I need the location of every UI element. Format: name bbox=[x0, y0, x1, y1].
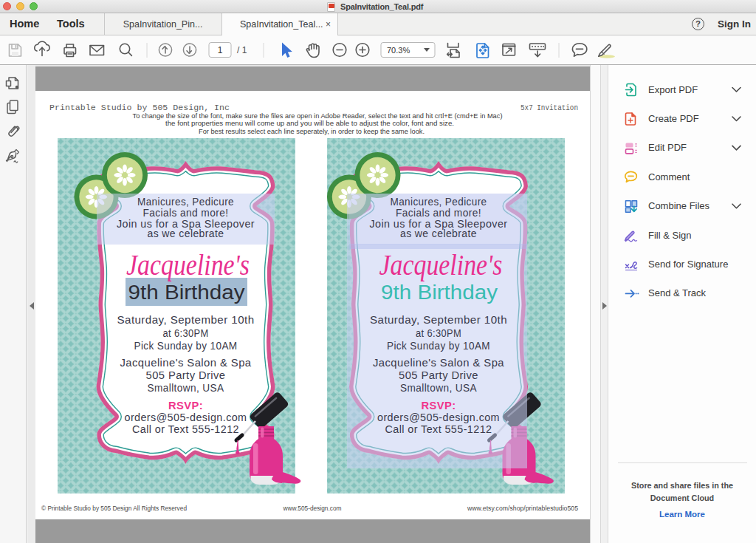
svg-text:1: 1 bbox=[218, 45, 223, 55]
svg-text:Pick Sunday by 10AM: Pick Sunday by 10AM bbox=[387, 340, 490, 352]
svg-text:as we celebrate: as we celebrate bbox=[400, 228, 477, 239]
svg-text:To change the size of the font: To change the size of the font, make sur… bbox=[133, 112, 503, 120]
svg-text:Smalltown, USA: Smalltown, USA bbox=[148, 382, 224, 394]
svg-text:505 Party Drive: 505 Party Drive bbox=[399, 369, 478, 381]
svg-text:Jacqueline's: Jacqueline's bbox=[379, 247, 503, 281]
svg-text:Printable Studio by 505 Design: Printable Studio by 505 Design, Inc bbox=[49, 103, 230, 112]
svg-text:© Printable Studio by 505 Desi: © Printable Studio by 505 Design All Rig… bbox=[41, 505, 187, 512]
svg-text:the font properties menu will: the font properties menu will come up an… bbox=[165, 120, 454, 127]
svg-text:9th Birthday: 9th Birthday bbox=[381, 281, 498, 304]
svg-text:Jacqueline's: Jacqueline's bbox=[126, 247, 250, 281]
svg-text:RSVP:: RSVP: bbox=[168, 400, 203, 411]
svg-text:www.etsy.com/shop/printablestu: www.etsy.com/shop/printablestudio505 bbox=[467, 505, 578, 512]
svg-text:RSVP:: RSVP: bbox=[422, 400, 456, 411]
svg-text:Jacqueline's Salon & Spa: Jacqueline's Salon & Spa bbox=[373, 357, 504, 369]
svg-text:Pick Sunday by 10AM: Pick Sunday by 10AM bbox=[134, 340, 238, 352]
svg-text:505 Party Drive: 505 Party Drive bbox=[146, 369, 226, 381]
svg-text:70.3%: 70.3% bbox=[387, 46, 410, 55]
svg-text:Call or Text 555-1212: Call or Text 555-1212 bbox=[385, 423, 492, 435]
svg-text:at 6:30PM: at 6:30PM bbox=[416, 327, 461, 339]
svg-text:as we celebrate: as we celebrate bbox=[148, 228, 224, 239]
svg-text:Smalltown, USA: Smalltown, USA bbox=[400, 382, 477, 394]
svg-text:orders@505-design.com: orders@505-design.com bbox=[377, 411, 500, 423]
svg-text:at 6:30PM: at 6:30PM bbox=[163, 327, 209, 339]
svg-text:Call or Text 555-1212: Call or Text 555-1212 bbox=[132, 423, 239, 435]
svg-text:Manicures, Pedicure: Manicures, Pedicure bbox=[391, 196, 487, 208]
svg-text:/ 1: / 1 bbox=[237, 45, 247, 55]
svg-text:www.505-design.com: www.505-design.com bbox=[283, 505, 342, 512]
svg-text:Saturday, September 10th: Saturday, September 10th bbox=[370, 314, 507, 326]
svg-text:9th Birthday: 9th Birthday bbox=[128, 281, 246, 304]
svg-text:orders@505-design.com: orders@505-design.com bbox=[125, 411, 247, 423]
svg-text:Manicures, Pedicure: Manicures, Pedicure bbox=[137, 196, 234, 208]
svg-text:Saturday, September 10th: Saturday, September 10th bbox=[117, 314, 255, 326]
svg-text:Jacqueline's Salon & Spa: Jacqueline's Salon & Spa bbox=[120, 357, 252, 369]
svg-text:Facials and more!: Facials and more! bbox=[143, 207, 229, 219]
svg-text:5x7 Invitation: 5x7 Invitation bbox=[520, 103, 578, 112]
svg-text:Facials and more!: Facials and more! bbox=[396, 207, 481, 219]
svg-text:For best results select each l: For best results select each line sepera… bbox=[199, 128, 425, 135]
